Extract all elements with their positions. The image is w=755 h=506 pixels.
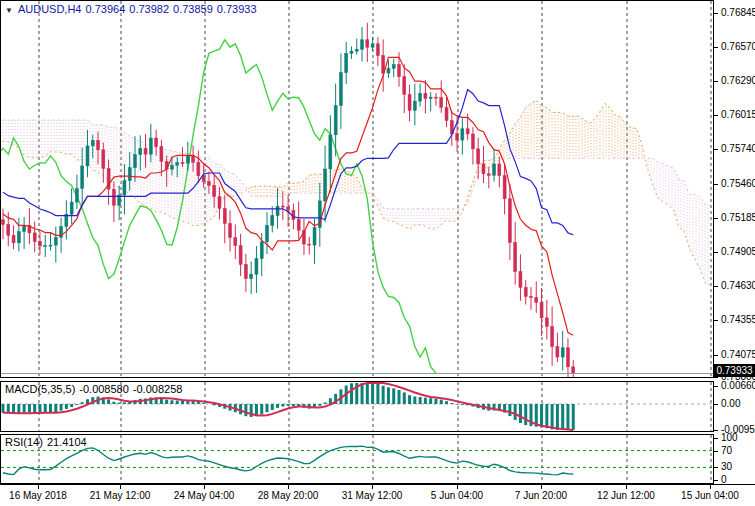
time-tick	[626, 485, 627, 489]
price-axis-label-tick	[714, 115, 718, 116]
time-label: 28 May 20:00	[246, 490, 330, 501]
time-label: 12 Jun 12:00	[584, 490, 668, 501]
rsi-axis-label-tick	[714, 467, 718, 468]
rsi-axis-label: 100	[721, 432, 738, 443]
time-tick	[38, 485, 39, 489]
triangle-down-icon: ▼	[5, 6, 13, 15]
rsi-level-lines	[1, 451, 713, 468]
price-axis-label: 0.75460	[721, 178, 755, 189]
rsi-axis-label-tick	[714, 438, 718, 439]
price-axis-label-tick	[714, 47, 718, 48]
ohlc-low: 0.73859	[173, 3, 213, 15]
rsi-label-row: RSI(14)21.4104	[5, 436, 91, 448]
price-axis-label-tick	[714, 355, 718, 356]
macd-axis[interactable]: 0.0066010.00-0.009599	[714, 381, 755, 432]
price-axis-label: 0.76015	[721, 109, 755, 120]
candles-layer	[2, 23, 575, 377]
current-price-badge: 0.73933	[714, 364, 755, 377]
main-gridlines	[39, 1, 711, 377]
time-tick	[288, 485, 289, 489]
main-chart-canvas	[1, 1, 713, 377]
price-axis-label-tick	[714, 218, 718, 219]
price-axis-label-tick	[714, 252, 718, 253]
price-axis-label-tick	[714, 377, 718, 378]
time-tick	[120, 485, 121, 489]
price-axis-label-tick	[714, 320, 718, 321]
price-axis-label-tick	[714, 286, 718, 287]
price-axis-label: 0.76845	[721, 7, 755, 18]
time-label: 21 May 12:00	[78, 490, 162, 501]
rsi-axis-label: 30	[721, 461, 732, 472]
macd-axis-label-tick	[714, 404, 718, 405]
price-axis-label: 0.74355	[721, 314, 755, 325]
time-label: 7 Jun 20:00	[499, 490, 583, 501]
price-axis-label-tick	[714, 149, 718, 150]
macd-axis-label: 0.00	[721, 398, 740, 409]
senkou-span-b-line	[1, 120, 710, 209]
price-axis-label: 0.75185	[721, 212, 755, 223]
rsi-axis-label: 70	[721, 445, 732, 456]
rsi-panel-plot[interactable]	[0, 434, 714, 484]
time-tick	[372, 485, 373, 489]
time-label: 16 May 2018	[0, 490, 80, 501]
rsi-value: 21.4104	[47, 436, 87, 448]
price-axis-label-tick	[714, 81, 718, 82]
rsi-axis-label-tick	[714, 480, 718, 481]
macd-axis-label-tick	[714, 430, 718, 431]
price-axis-label: 0.74630	[721, 280, 755, 291]
senkou-span-a-line	[1, 100, 710, 285]
ohlc-high: 0.73982	[129, 3, 169, 15]
price-axis-label: 0.74075	[721, 349, 755, 360]
rsi-axis[interactable]: 10070300	[714, 434, 755, 484]
rsi-gridlines	[39, 435, 711, 483]
rsi-canvas	[1, 435, 713, 483]
time-label: 24 May 04:00	[162, 490, 246, 501]
macd-axis-label: 0.006601	[721, 380, 755, 391]
ohlc-close: 0.73933	[217, 3, 257, 15]
time-label: 15 Jun 04:00	[668, 490, 752, 501]
macd-value-main: -0.008580	[79, 383, 129, 395]
time-label: 31 May 12:00	[330, 490, 414, 501]
time-axis[interactable]: 16 May 201821 May 12:0024 May 04:0028 Ma…	[0, 484, 755, 506]
time-tick	[541, 485, 542, 489]
price-axis-label: 0.76570	[721, 41, 755, 52]
macd-label-row: MACD(5,35,5)-0.008580-0.008258	[5, 383, 186, 395]
chart-title: ▼AUDUSD,H40.739640.739820.738590.73933	[5, 3, 261, 15]
price-axis-label: 0.76290	[721, 75, 755, 86]
macd-value-signal: -0.008258	[133, 383, 183, 395]
main-chart-plot[interactable]	[0, 0, 714, 378]
symbol-timeframe: AUDUSD,H4	[18, 3, 82, 15]
price-axis[interactable]: 0.768450.765700.762900.760150.757400.754…	[714, 0, 755, 378]
price-axis-label-tick	[714, 13, 718, 14]
rsi-axis-label-tick	[714, 451, 718, 452]
time-tick	[204, 485, 205, 489]
rsi-label: RSI(14)	[5, 436, 43, 448]
time-tick	[710, 485, 711, 489]
price-axis-label: 0.75740	[721, 143, 755, 154]
chart-window: ▼AUDUSD,H40.739640.739820.738590.73933 0…	[0, 0, 755, 506]
price-axis-label-tick	[714, 184, 718, 185]
time-label: 5 Jun 04:00	[415, 490, 499, 501]
ohlc-open: 0.73964	[86, 3, 126, 15]
macd-axis-label-tick	[714, 386, 718, 387]
macd-label: MACD(5,35,5)	[5, 383, 75, 395]
time-tick	[457, 485, 458, 489]
price-axis-label: 0.74905	[721, 246, 755, 257]
